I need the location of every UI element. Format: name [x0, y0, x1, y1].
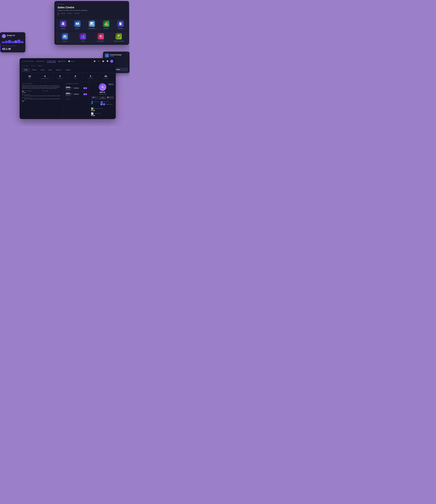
about-company-text: BB Enterprises Private Limited is an Act… [22, 85, 61, 89]
sc-item-leads[interactable]: 👥 Leads [74, 32, 91, 43]
reports-icon: 📊 [68, 61, 70, 62]
nav-dashboard[interactable]: ▦ Dashboard [36, 60, 44, 63]
folder-icon[interactable]: 📁 [93, 60, 96, 63]
nav-members[interactable]: 👥 Members [58, 60, 66, 63]
sc-item-products-services-label: Products & Services [113, 40, 124, 42]
nav-sales-centre[interactable]: ◎ Sales Centre [47, 60, 56, 63]
sc-tabs: All Engage Prospect Automate [57, 13, 126, 16]
followup-button[interactable]: + ADD FOLLOWUP [99, 96, 106, 99]
sc-tab-prospect[interactable]: Prospect [67, 13, 72, 15]
sc-item-mailbox[interactable]: 📧 Mailbox [70, 19, 84, 31]
schedule-badge-24: MEETING [74, 87, 79, 89]
content-left: ABOUT COMPANY BB Enterprises Private Lim… [20, 81, 64, 119]
sc-item-proposals[interactable]: 📋 Proposals [113, 19, 127, 31]
seraph-name: Seraph Ltd. [7, 35, 15, 36]
sc-item-mailbox-label: Mailbox [75, 28, 79, 29]
nav-reports-label: Reports [71, 61, 75, 62]
note-button[interactable]: 📝 ADD NOTE [107, 96, 114, 99]
members-icon: 👥 [58, 61, 60, 62]
content-middle: UPCOMING SCHEDULE 24th SEP 01:00 PM MEET… [64, 81, 89, 119]
account-leads-label: Account Leads [103, 101, 109, 102]
accumulated-revenue-icon: 💹 [91, 108, 93, 110]
profile-name: REP PL [100, 91, 106, 93]
chart-bar-2 [5, 41, 8, 43]
fed-close-icon[interactable]: × [127, 53, 128, 55]
sc-tab-all[interactable]: All [57, 13, 59, 15]
sc-item-products-services[interactable]: 📦 Products & Services [110, 32, 127, 43]
projected-label: PROJECTED REVENUE [2, 45, 24, 46]
shipping-address-row: 📍 Shipping Address 405, 4Th Floor,Wing G… [22, 97, 61, 99]
tab-timeline[interactable]: Timeline [64, 68, 72, 71]
sc-item-accounts-label: Accounts [62, 40, 67, 42]
sc-subtitle: Collection Of Sales Tools To Help You Se… [57, 10, 126, 11]
sales-centre-card: Sales Centre Sales Centre Collection Of … [54, 1, 129, 45]
tab-general[interactable]: General [30, 68, 38, 71]
schedule-item-26: 26th SEP 04:00 PM MEETING A B [66, 91, 87, 97]
nav-sales-centre-label: Sales Centre [49, 61, 56, 62]
sc-breadcrumb: Sales Centre [57, 4, 126, 5]
status-value: - [43, 92, 61, 93]
stat-deals: 4 Deals [68, 74, 83, 80]
tab-leads[interactable]: Leads [39, 68, 46, 71]
stat-closed-leads-num: 2 [53, 75, 67, 78]
email-button[interactable]: ✉️ EMAIL [91, 96, 98, 99]
chat-icon[interactable]: 💬 [106, 60, 109, 63]
nav-members-label: Members [61, 61, 66, 62]
content-area: ABOUT COMPANY BB Enterprises Private Lim… [20, 81, 116, 119]
sc-item-deal-pipelines[interactable]: 🎯 Deal Pipelines [92, 32, 109, 43]
tags-row: 🏷️ Tags [22, 100, 61, 102]
sc-item-accounts[interactable]: 🏢 Accounts [56, 32, 74, 43]
edit-button[interactable]: ✏️ EDIT [108, 83, 114, 85]
account-leads-field: 👥 Account Leads A B Akshay & 3 More [100, 101, 113, 105]
nav-command-centre[interactable]: ⊞ Command Centre [22, 60, 34, 63]
sc-item-contacts[interactable]: 📇 Contacts [56, 19, 70, 31]
sc-item-presentations[interactable]: 📊 Presentations [85, 19, 99, 31]
account-leads-avatars: A B Akshay & 3 More [100, 103, 113, 105]
tab-deals[interactable]: Deals [46, 68, 54, 71]
billing-icon: 📍 [22, 94, 24, 96]
chart-bar-3 [8, 40, 11, 43]
followup-icon: + [101, 97, 102, 98]
nav-command-centre-label: Command Centre [24, 61, 34, 62]
chart-bar-5 [14, 40, 17, 43]
account-credibility-col: 🛡️ Account Credibility Verified [22, 90, 41, 93]
user-avatar[interactable] [110, 60, 113, 63]
sc-grid-row2: 🏢 Accounts 👥 Leads 🎯 Deal Pipelines 📦 Pr… [54, 32, 129, 45]
sc-item-proposals-label: Proposals [118, 28, 123, 29]
deal-pipelines-icon: 🎯 [98, 33, 104, 39]
tab-revenue[interactable]: Revenue [54, 68, 63, 71]
nav-reports[interactable]: 📊 Reports [68, 60, 75, 63]
chart-bar-7 [21, 41, 24, 43]
content-right: ✏️ EDIT R REP PL 📍 Mumbai, India ✉️ EMAI… [89, 81, 116, 119]
sc-item-estimates[interactable]: 💰 Estimates [99, 19, 113, 31]
credibility-value: Verified [22, 92, 41, 93]
stat-opp-label: Opportunity Leads [38, 78, 52, 79]
schedule-time-26: 04:00 PM [66, 95, 73, 96]
sc-grid-row1: 📇 Contacts 📧 Mailbox 📊 Presentations 💰 E… [54, 18, 129, 32]
action-buttons: ✉️ EMAIL + ADD FOLLOWUP 📝 ADD NOTE [91, 96, 114, 99]
account-info-row: 🛡️ Account Credibility Verified Account … [22, 90, 61, 93]
breadcrumb-accounts[interactable]: Accounts [31, 65, 36, 66]
location-icon: 📍 [99, 94, 100, 95]
projected-revenue-value: 43.5M [91, 115, 114, 116]
sc-tab-automate[interactable]: Automate [74, 13, 80, 15]
sc-item-leads-label: Leads [81, 40, 84, 42]
billing-address-text: 405, 4Th Floor,Wing G,Block B Lavuria 2,… [24, 95, 60, 97]
accumulated-revenue-field: 💹 Accumulated Revenue 43.5M [91, 108, 114, 111]
products-services-icon: 📦 [116, 33, 122, 39]
breadcrumb-sales-centre[interactable]: Sales Centre [23, 65, 28, 66]
fed-logo: 🏗️ [105, 53, 109, 57]
shipping-icon: 📍 [22, 97, 24, 99]
chart-bar-6 [18, 40, 20, 43]
schedule-avatars-26: A B [84, 93, 87, 95]
profile-tabs: Profile General Leads Deals Revenue Time… [20, 67, 116, 73]
stat-leads-num: 12 [23, 75, 36, 78]
stat-closed-leads-label: Closed Leads [53, 78, 67, 79]
calendar-icon[interactable]: 📅 [102, 60, 105, 63]
sc-item-contacts-label: Contacts [61, 28, 65, 29]
sc-tab-engage[interactable]: Engage [61, 13, 65, 15]
trash-icon[interactable]: 🗑 [97, 60, 100, 63]
tags-label: Tags [24, 100, 26, 101]
tab-profile[interactable]: Profile [22, 68, 29, 71]
schedule-item-24: 24th SEP 01:00 PM MEETING A B [66, 85, 87, 91]
